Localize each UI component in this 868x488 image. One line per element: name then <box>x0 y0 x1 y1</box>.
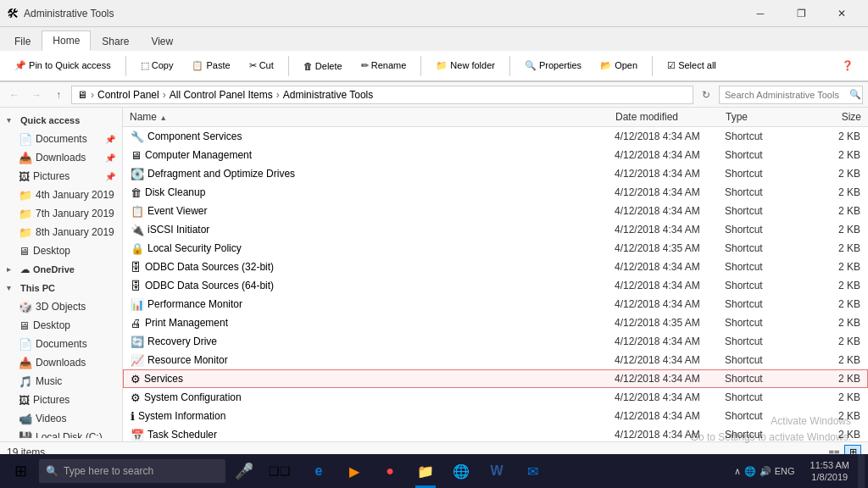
column-header-type[interactable]: Type <box>726 111 810 123</box>
file-item-disk-cleanup[interactable]: 🗑 Disk Cleanup 4/12/2018 4:34 AM Shortcu… <box>123 183 868 202</box>
rename-button[interactable]: ✏ Rename <box>353 57 415 75</box>
sidebar-item-7th-jan[interactable]: 📁 7th January 2019 <box>0 204 122 223</box>
file-item-print-management[interactable]: 🖨 Print Management 4/12/2018 4:35 AM Sho… <box>123 313 868 332</box>
sidebar-item-3d-objects[interactable]: 🎲 3D Objects <box>0 297 122 316</box>
file-item-odbc-32[interactable]: 🗄 ODBC Data Sources (32-bit) 4/12/2018 4… <box>123 258 868 276</box>
file-item-event-viewer[interactable]: 📋 Event Viewer 4/12/2018 4:34 AM Shortcu… <box>123 202 868 220</box>
file-type: Shortcut <box>725 354 810 366</box>
copy-button[interactable]: ⬚ Copy <box>133 57 181 75</box>
file-item-defragment[interactable]: 💽 Defragment and Optimize Drives 4/12/20… <box>123 164 868 183</box>
taskbar-chrome[interactable]: 🌐 <box>444 454 478 488</box>
refresh-button[interactable]: ↻ <box>697 86 715 104</box>
restore-button[interactable]: ❐ <box>782 0 821 27</box>
paste-button[interactable]: 📋 Paste <box>184 57 237 75</box>
sidebar-item-music-pc[interactable]: 🎵 Music <box>0 372 122 391</box>
file-item-resource-monitor[interactable]: 📈 Resource Monitor 4/12/2018 4:34 AM Sho… <box>123 351 868 369</box>
taskbar-taskview-button[interactable]: ❑❑ <box>263 454 297 488</box>
up-button[interactable]: ↑ <box>49 86 68 104</box>
delete-button[interactable]: 🗑 Delete <box>296 58 350 75</box>
tray-lang[interactable]: ENG <box>775 466 795 476</box>
disk-icon: 💾 <box>19 431 32 439</box>
sidebar-label: 7th January 2019 <box>36 208 114 219</box>
taskbar-folder[interactable]: 📁 <box>409 454 442 488</box>
file-item-recovery-drive[interactable]: 🔄 Recovery Drive 4/12/2018 4:34 AM Short… <box>123 332 868 351</box>
sidebar-item-pictures-quick[interactable]: 🖼 Pictures 📌 <box>0 167 122 186</box>
file-icon: 🗑 <box>131 186 142 199</box>
file-date: 4/12/2018 4:34 AM <box>615 168 725 180</box>
sidebar-item-downloads-pc[interactable]: 📥 Downloads <box>0 353 122 372</box>
help-button[interactable]: ❓ <box>834 57 861 75</box>
file-item-local-security[interactable]: 🔒 Local Security Policy 4/12/2018 4:35 A… <box>123 239 868 258</box>
taskbar-word[interactable]: W <box>480 454 514 488</box>
file-item-system-info[interactable]: ℹ System Information 4/12/2018 4:34 AM S… <box>123 407 868 425</box>
file-type: Shortcut <box>725 410 810 422</box>
path-control-panel[interactable]: Control Panel <box>97 89 159 101</box>
taskbar-vlc[interactable]: ▶ <box>337 454 371 488</box>
window-controls[interactable]: ─ ❐ ✕ <box>741 0 861 27</box>
sidebar-item-desktop-pc[interactable]: 🖥 Desktop <box>0 316 122 335</box>
column-header-date[interactable]: Date modified <box>615 111 726 123</box>
tray-network-icon[interactable]: 🌐 <box>744 466 756 477</box>
taskbar: ⊞ 🔍 Type here to search 🎤 ❑❑ e ▶ ● 📁 🌐 W… <box>0 454 868 488</box>
sidebar-section-onedrive[interactable]: ▸ ☁ OneDrive <box>0 260 122 279</box>
minimize-button[interactable]: ─ <box>741 0 780 27</box>
sidebar-item-4th-jan[interactable]: 📁 4th January 2019 <box>0 186 122 204</box>
taskbar-clock[interactable]: 11:53 AM 1/8/2019 <box>804 459 856 484</box>
taskbar-mic-button[interactable]: 🎤 <box>227 454 261 488</box>
new-folder-button[interactable]: 📁 New folder <box>428 57 503 75</box>
file-item-system-config[interactable]: ⚙ System Configuration 4/12/2018 4:34 AM… <box>123 388 868 407</box>
file-icon: 🖥 <box>131 149 142 162</box>
search-icon[interactable]: 🔍 <box>849 89 861 100</box>
close-button[interactable]: ✕ <box>822 0 861 27</box>
sidebar-item-downloads-quick[interactable]: 📥 Downloads 📌 <box>0 148 122 167</box>
tab-file[interactable]: File <box>3 31 42 51</box>
tray-volume-icon[interactable]: 🔊 <box>760 466 771 477</box>
cut-button[interactable]: ✂ Cut <box>242 57 281 75</box>
path-admin-tools[interactable]: Administrative Tools <box>283 89 374 101</box>
column-header-size[interactable]: Size <box>810 111 861 123</box>
back-button[interactable]: ← <box>5 86 24 104</box>
forward-button[interactable]: → <box>27 86 46 104</box>
pin-quick-access-button[interactable]: 📌 Pin to Quick access <box>7 57 119 75</box>
file-item-services[interactable]: ⚙ Services 4/12/2018 4:34 AM Shortcut 2 … <box>123 369 868 388</box>
taskbar-mail[interactable]: ✉ <box>515 454 549 488</box>
clock-time: 11:53 AM <box>810 459 849 471</box>
show-desktop-button[interactable] <box>858 454 865 488</box>
open-button[interactable]: 📂 Open <box>593 57 645 75</box>
sidebar-item-8th-jan[interactable]: 📁 8th January 2019 <box>0 223 122 241</box>
file-item-component-services[interactable]: 🔧 Component Services 4/12/2018 4:34 AM S… <box>123 127 868 146</box>
tab-share[interactable]: Share <box>91 31 140 51</box>
tab-view[interactable]: View <box>140 31 184 51</box>
sidebar-item-documents-quick[interactable]: 📄 Documents 📌 <box>0 130 122 148</box>
sidebar-section-quick-access[interactable]: ▾ Quick access <box>0 111 122 130</box>
file-item-task-scheduler[interactable]: 📅 Task Scheduler 4/12/2018 4:34 AM Short… <box>123 425 868 441</box>
file-item-computer-management[interactable]: 🖥 Computer Management 4/12/2018 4:34 AM … <box>123 146 868 164</box>
folder-icon: 📁 <box>417 463 434 480</box>
select-all-button[interactable]: ☑ Select all <box>659 57 724 75</box>
sidebar-item-documents-pc[interactable]: 📄 Documents <box>0 335 122 353</box>
sidebar-label: Videos <box>36 413 66 424</box>
file-size: 2 KB <box>810 429 860 441</box>
taskbar-edge[interactable]: e <box>302 454 336 488</box>
sidebar-item-local-disk[interactable]: 💾 Local Disk (C:) <box>0 428 122 438</box>
file-item-performance-monitor[interactable]: 📊 Performance Monitor 4/12/2018 4:34 AM … <box>123 295 868 313</box>
sidebar-item-pictures-pc[interactable]: 🖼 Pictures <box>0 391 122 409</box>
music-icon: 🎵 <box>19 375 32 388</box>
file-item-odbc-64[interactable]: 🗄 ODBC Data Sources (64-bit) 4/12/2018 4… <box>123 276 868 295</box>
file-item-iscsi[interactable]: 🔌 iSCSI Initiator 4/12/2018 4:34 AM Shor… <box>123 220 868 239</box>
tray-chevron[interactable]: ∧ <box>734 466 741 477</box>
sidebar-item-desktop-quick[interactable]: 🖥 Desktop <box>0 241 122 260</box>
start-button[interactable]: ⊞ <box>3 454 37 488</box>
sidebar-item-videos-pc[interactable]: 📹 Videos <box>0 409 122 428</box>
column-header-name[interactable]: Name ▲ <box>130 111 615 123</box>
address-path[interactable]: 🖥 › Control Panel › All Control Panel It… <box>71 86 693 104</box>
sidebar-section-this-pc[interactable]: ▾ This PC <box>0 279 122 297</box>
properties-button[interactable]: 🔍 Properties <box>517 57 589 75</box>
taskbar-search[interactable]: 🔍 Type here to search <box>39 459 225 483</box>
taskbar-app3[interactable]: ● <box>373 454 407 488</box>
search-input[interactable] <box>719 86 863 104</box>
file-name: Print Management <box>145 317 615 329</box>
file-name: Component Services <box>147 130 615 142</box>
tab-home[interactable]: Home <box>42 30 91 51</box>
path-all-control-panel[interactable]: All Control Panel Items <box>170 89 273 101</box>
